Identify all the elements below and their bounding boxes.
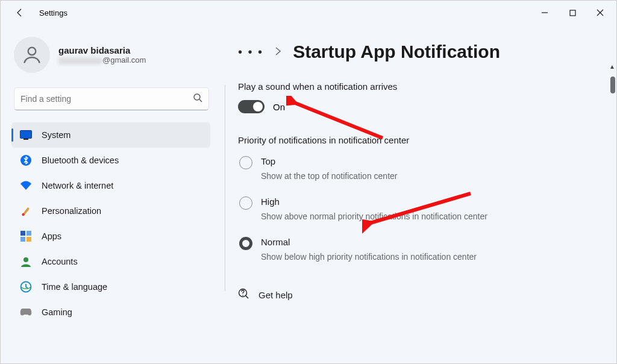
clock-icon <box>20 281 32 293</box>
svg-rect-12 <box>27 237 31 242</box>
radio-desc: Show at the top of notification center <box>261 171 397 181</box>
avatar <box>14 37 50 73</box>
priority-option-top[interactable]: Top Show at the top of notification cent… <box>239 156 604 181</box>
sidebar-item-label: Network & internet <box>42 181 113 190</box>
sound-toggle-row: On <box>238 100 604 113</box>
svg-point-2 <box>28 48 36 55</box>
svg-point-3 <box>194 94 200 100</box>
radio-title: Normal <box>261 237 477 247</box>
sidebar-item-label: Bluetooth & devices <box>42 155 119 165</box>
sidebar-item-system[interactable]: System <box>11 122 210 148</box>
breadcrumb: • • • Startup App Notification <box>238 42 604 62</box>
main-content: • • • Startup App Notification Play a so… <box>218 25 616 363</box>
help-label: Get help <box>258 290 293 300</box>
window-title: Settings <box>39 8 67 17</box>
radio-desc: Show below high priority notifications i… <box>261 252 477 262</box>
sidebar-item-label: Accounts <box>42 257 78 266</box>
sidebar-item-label: Personalization <box>42 206 101 216</box>
svg-point-8 <box>22 213 24 216</box>
sidebar-item-bluetooth[interactable]: Bluetooth & devices <box>11 148 210 173</box>
sidebar-item-label: Time & language <box>42 282 107 292</box>
radio-desc: Show above normal priority notifications… <box>261 212 487 221</box>
svg-line-4 <box>199 99 202 102</box>
svg-rect-1 <box>570 10 575 16</box>
help-icon <box>238 288 250 302</box>
radio-icon <box>239 156 252 169</box>
radio-title: High <box>261 196 487 207</box>
svg-rect-9 <box>20 231 25 236</box>
sidebar-item-accounts[interactable]: Accounts <box>11 249 210 274</box>
close-button[interactable] <box>586 3 614 22</box>
priority-option-normal[interactable]: Normal Show below high priority notifica… <box>239 237 604 262</box>
sound-toggle-state: On <box>273 102 285 112</box>
gaming-icon <box>20 306 32 318</box>
apps-icon <box>20 230 32 242</box>
system-icon <box>20 129 32 141</box>
sidebar-item-label: Apps <box>42 231 61 241</box>
radio-title: Top <box>261 156 397 166</box>
priority-section-header: Priority of notifications in notificatio… <box>238 135 604 145</box>
breadcrumb-overflow-icon[interactable]: • • • <box>238 45 263 59</box>
sidebar-item-label: System <box>42 130 70 140</box>
scroll-up-icon[interactable]: ▲ <box>609 63 615 70</box>
sidebar-item-gaming[interactable]: Gaming <box>11 300 210 325</box>
redacted-text <box>58 57 102 64</box>
toggle-knob <box>253 102 263 111</box>
divider <box>225 85 225 291</box>
svg-rect-10 <box>27 231 31 236</box>
priority-radio-group: Top Show at the top of notification cent… <box>239 156 604 262</box>
sidebar: gaurav bidasaria @gmail.com System <box>1 25 218 363</box>
bluetooth-icon <box>20 154 32 166</box>
search-input-wrapper[interactable] <box>14 87 209 110</box>
priority-option-high[interactable]: High Show above normal priority notifica… <box>239 196 604 221</box>
sidebar-item-time-language[interactable]: Time & language <box>11 274 210 300</box>
radio-icon <box>239 237 252 250</box>
search-input[interactable] <box>20 94 193 104</box>
sidebar-item-label: Gaming <box>42 307 72 317</box>
profile-email: @gmail.com <box>58 55 146 64</box>
svg-point-16 <box>242 295 243 296</box>
page-title: Startup App Notification <box>293 42 500 62</box>
search-icon <box>193 93 202 105</box>
svg-rect-11 <box>20 237 25 242</box>
titlebar: Settings <box>1 1 616 25</box>
back-button[interactable] <box>11 4 28 21</box>
sidebar-item-network[interactable]: Network & internet <box>11 173 210 198</box>
sound-setting-label: Play a sound when a notification arrives <box>238 81 604 92</box>
scrollbar-thumb[interactable] <box>610 77 615 93</box>
nav-list: System Bluetooth & devices Network & int… <box>11 122 211 325</box>
sidebar-item-personalization[interactable]: Personalization <box>11 198 210 224</box>
account-icon <box>20 256 32 268</box>
profile-block[interactable]: gaurav bidasaria @gmail.com <box>11 34 211 84</box>
svg-rect-5 <box>20 131 32 139</box>
profile-name: gaurav bidasaria <box>58 45 146 55</box>
wifi-icon <box>20 180 32 192</box>
brush-icon <box>20 205 32 217</box>
maximize-button[interactable] <box>559 3 586 22</box>
radio-icon <box>239 196 252 210</box>
scrollbar[interactable]: ▲ <box>608 25 616 363</box>
minimize-button[interactable] <box>531 3 559 22</box>
sidebar-item-apps[interactable]: Apps <box>11 224 210 249</box>
chevron-right-icon <box>275 47 281 57</box>
get-help-link[interactable]: Get help <box>238 288 604 302</box>
sound-toggle[interactable] <box>238 100 265 113</box>
svg-rect-6 <box>23 139 28 140</box>
svg-point-13 <box>23 257 28 262</box>
